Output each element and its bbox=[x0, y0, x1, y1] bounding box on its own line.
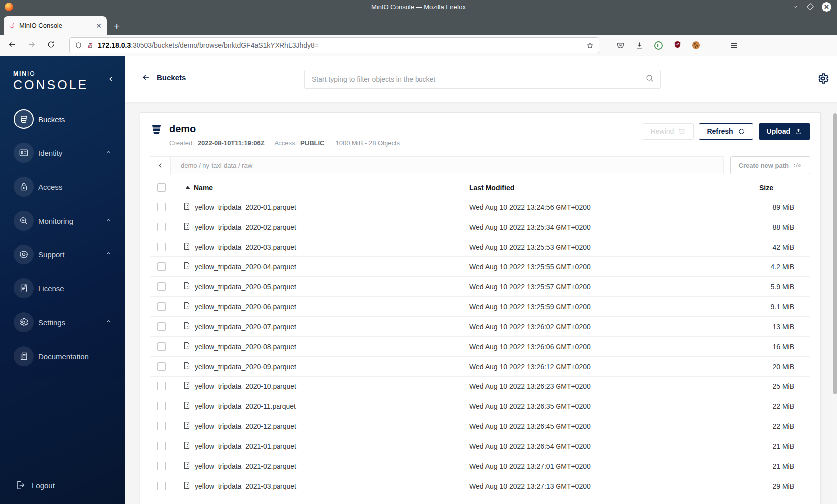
row-checkbox[interactable] bbox=[157, 262, 166, 271]
object-name[interactable]: yellow_tripdata_2020-12.parquet bbox=[195, 422, 296, 430]
table-row[interactable]: yellow_tripdata_2020-12.parquet Wed Aug … bbox=[150, 416, 810, 436]
sidebar-item-license[interactable]: License bbox=[14, 278, 125, 298]
object-name[interactable]: yellow_tripdata_2021-02.parquet bbox=[195, 462, 296, 470]
row-checkbox[interactable] bbox=[157, 243, 166, 251]
url-text[interactable]: 172.18.0.3:30503/buckets/demo/browse/bnk… bbox=[98, 41, 582, 49]
table-row[interactable]: yellow_tripdata_2020-09.parquet Wed Aug … bbox=[150, 357, 810, 377]
row-checkbox[interactable] bbox=[157, 322, 166, 331]
browser-forward-button[interactable] bbox=[27, 40, 36, 51]
path-back-button[interactable] bbox=[150, 156, 171, 174]
pocket-icon[interactable] bbox=[616, 41, 625, 50]
object-modified: Wed Aug 10 2022 13:26:23 GMT+0200 bbox=[469, 382, 750, 390]
menu-icon[interactable] bbox=[730, 41, 738, 50]
create-new-path-button[interactable]: Create new path bbox=[730, 156, 810, 174]
settings-gear-icon[interactable] bbox=[817, 72, 829, 87]
object-name[interactable]: yellow_tripdata_2020-11.parquet bbox=[195, 402, 296, 410]
cookie-extension-icon[interactable] bbox=[692, 41, 700, 49]
sidebar-item-logout[interactable]: Logout bbox=[15, 480, 55, 491]
parquet-file-icon bbox=[182, 461, 191, 471]
sidebar-item-support[interactable]: Support bbox=[14, 245, 125, 264]
object-name[interactable]: yellow_tripdata_2020-02.parquet bbox=[195, 223, 296, 231]
table-row[interactable]: yellow_tripdata_2020-03.parquet Wed Aug … bbox=[150, 237, 810, 257]
table-row[interactable]: yellow_tripdata_2020-07.parquet Wed Aug … bbox=[150, 317, 810, 337]
table-row[interactable]: yellow_tripdata_2021-02.parquet Wed Aug … bbox=[150, 456, 810, 476]
ublock-origin-icon[interactable] bbox=[673, 40, 682, 51]
chevron-up-icon[interactable] bbox=[105, 148, 112, 157]
table-row[interactable]: yellow_tripdata_2020-01.parquet Wed Aug … bbox=[150, 197, 810, 217]
row-checkbox[interactable] bbox=[157, 382, 166, 390]
row-checkbox[interactable] bbox=[157, 223, 166, 231]
row-checkbox[interactable] bbox=[157, 342, 166, 351]
url-bar[interactable]: 172.18.0.3:30503/buckets/demo/browse/bnk… bbox=[69, 37, 599, 53]
table-row[interactable]: yellow_tripdata_2020-04.parquet Wed Aug … bbox=[150, 257, 810, 277]
tracking-shield-icon[interactable] bbox=[75, 42, 82, 49]
scrollbar-thumb[interactable] bbox=[833, 113, 837, 394]
sidebar-collapse-icon[interactable] bbox=[107, 75, 115, 85]
sidebar-item-buckets[interactable]: Buckets bbox=[14, 109, 125, 129]
row-checkbox[interactable] bbox=[157, 422, 166, 430]
bookmark-star-icon[interactable] bbox=[586, 42, 594, 49]
downloads-icon[interactable] bbox=[635, 41, 644, 50]
object-size: 29 MiB bbox=[750, 482, 810, 490]
chevron-up-icon[interactable] bbox=[105, 250, 112, 259]
object-name[interactable]: yellow_tripdata_2021-03.parquet bbox=[195, 482, 296, 490]
object-name[interactable]: yellow_tripdata_2020-10.parquet bbox=[195, 382, 296, 390]
object-name[interactable]: yellow_tripdata_2020-04.parquet bbox=[195, 263, 296, 271]
minimize-chevron-icon[interactable] bbox=[792, 3, 799, 10]
table-row[interactable]: yellow_tripdata_2020-10.parquet Wed Aug … bbox=[150, 377, 810, 396]
object-name[interactable]: yellow_tripdata_2021-01.parquet bbox=[195, 442, 296, 450]
rewind-button[interactable]: Rewind bbox=[643, 123, 694, 140]
row-checkbox[interactable] bbox=[157, 482, 166, 490]
browser-tab[interactable]: MinIO Console ✕ bbox=[4, 16, 107, 35]
sidebar-item-documentation[interactable]: Documentation bbox=[14, 346, 125, 366]
chevron-up-icon[interactable] bbox=[105, 318, 112, 327]
browser-back-button[interactable] bbox=[8, 40, 16, 51]
object-name[interactable]: yellow_tripdata_2020-09.parquet bbox=[195, 363, 296, 371]
row-checkbox[interactable] bbox=[157, 302, 166, 311]
search-input[interactable] bbox=[305, 75, 645, 83]
row-checkbox[interactable] bbox=[157, 282, 166, 291]
object-name[interactable]: yellow_tripdata_2020-05.parquet bbox=[195, 283, 296, 291]
column-header-modified[interactable]: Last Modified bbox=[469, 184, 750, 192]
row-checkbox[interactable] bbox=[157, 362, 166, 371]
table-row[interactable]: yellow_tripdata_2020-11.parquet Wed Aug … bbox=[150, 396, 810, 416]
sidebar-item-settings[interactable]: Settings bbox=[14, 312, 125, 332]
new-tab-button[interactable]: + bbox=[114, 21, 120, 31]
column-header-name[interactable]: Name bbox=[194, 184, 213, 192]
extension-asterisk-icon[interactable] bbox=[710, 40, 719, 51]
object-name[interactable]: yellow_tripdata_2020-07.parquet bbox=[195, 323, 296, 331]
select-all-checkbox[interactable] bbox=[157, 183, 166, 192]
table-row[interactable]: yellow_tripdata_2020-08.parquet Wed Aug … bbox=[150, 337, 810, 357]
page-scrollbar[interactable] bbox=[832, 113, 837, 504]
table-row[interactable]: yellow_tripdata_2020-06.parquet Wed Aug … bbox=[150, 297, 810, 317]
sidebar-item-label: Documentation bbox=[38, 352, 89, 361]
browser-reload-button[interactable] bbox=[47, 40, 55, 51]
upload-button[interactable]: Upload bbox=[759, 123, 810, 140]
table-row[interactable]: yellow_tripdata_2021-01.parquet Wed Aug … bbox=[150, 436, 810, 456]
tab-close-icon[interactable]: ✕ bbox=[96, 22, 102, 30]
object-name[interactable]: yellow_tripdata_2020-08.parquet bbox=[195, 343, 296, 351]
close-circle-icon[interactable]: ✕ bbox=[822, 2, 831, 12]
chevron-up-icon[interactable] bbox=[105, 216, 112, 225]
breadcrumb[interactable]: demo / ny-taxi-data / raw bbox=[171, 156, 724, 174]
sort-ascending-icon[interactable] bbox=[185, 186, 190, 189]
object-name[interactable]: yellow_tripdata_2020-01.parquet bbox=[195, 203, 296, 211]
sidebar-item-identity[interactable]: Identity bbox=[14, 143, 125, 163]
table-row[interactable]: yellow_tripdata_2021-03.parquet Wed Aug … bbox=[150, 476, 810, 496]
back-to-buckets[interactable]: Buckets bbox=[142, 73, 186, 82]
row-checkbox[interactable] bbox=[157, 442, 166, 450]
sidebar-item-access[interactable]: Access bbox=[14, 177, 125, 197]
row-checkbox[interactable] bbox=[157, 402, 166, 410]
object-name[interactable]: yellow_tripdata_2020-06.parquet bbox=[195, 303, 296, 311]
insecure-lock-icon[interactable] bbox=[86, 42, 94, 49]
table-row[interactable]: yellow_tripdata_2020-05.parquet Wed Aug … bbox=[150, 277, 810, 297]
extension-green-icon[interactable] bbox=[654, 41, 663, 50]
column-header-size[interactable]: Size bbox=[750, 184, 810, 192]
maximize-diamond-icon[interactable] bbox=[807, 3, 814, 10]
row-checkbox[interactable] bbox=[157, 203, 166, 211]
refresh-button[interactable]: Refresh bbox=[699, 123, 753, 140]
sidebar-item-monitoring[interactable]: Monitoring bbox=[14, 211, 125, 231]
row-checkbox[interactable] bbox=[157, 462, 166, 470]
object-name[interactable]: yellow_tripdata_2020-03.parquet bbox=[195, 243, 296, 251]
table-row[interactable]: yellow_tripdata_2020-02.parquet Wed Aug … bbox=[150, 217, 810, 237]
